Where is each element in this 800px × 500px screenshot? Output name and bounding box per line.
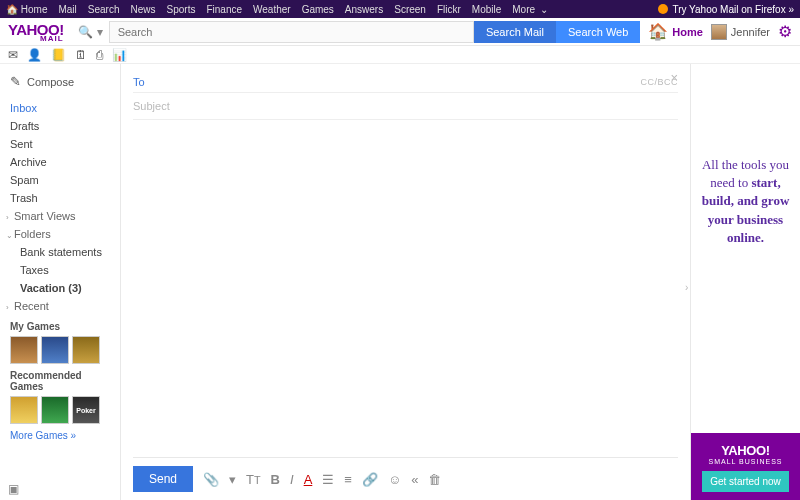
search-input[interactable] <box>109 21 474 43</box>
icon-toolbar: ✉ 👤 📒 🗓 ⎙ 📊 <box>0 46 800 64</box>
ad-logo: YAHOO! <box>697 443 794 458</box>
image-icon[interactable]: ▣ <box>8 482 19 496</box>
search-web-button[interactable]: Search Web <box>556 21 640 43</box>
print-icon[interactable]: ⎙ <box>96 48 103 62</box>
game-thumb[interactable] <box>41 396 69 424</box>
attach-dropdown-icon[interactable]: ▾ <box>229 472 236 487</box>
topnav-weather[interactable]: Weather <box>253 4 291 15</box>
topnav-answers[interactable]: Answers <box>345 4 383 15</box>
ad-copy: All the tools you need to start, build, … <box>691 144 800 259</box>
compose-toolbar: Send 📎 ▾ TT B I A ☰ ≡ 🔗 ☺ « 🗑 <box>133 457 678 500</box>
trash-icon[interactable]: 🗑 <box>428 472 441 487</box>
to-row: To CC/BCC <box>133 72 678 93</box>
bold-icon[interactable]: B <box>271 472 280 487</box>
topnav-games[interactable]: Games <box>302 4 334 15</box>
close-icon[interactable]: × <box>670 70 678 85</box>
chevron-down-icon: ⌄ <box>540 4 548 15</box>
attach-icon[interactable]: 📎 <box>203 472 219 487</box>
search-bar: 🔍 ▾ Search Mail Search Web <box>72 21 641 43</box>
search-mail-button[interactable]: Search Mail <box>474 21 556 43</box>
home-icon: 🏠 <box>648 22 668 41</box>
topnav-home[interactable]: 🏠 Home <box>6 4 47 15</box>
topnav-search[interactable]: Search <box>88 4 120 15</box>
switch-format-icon[interactable]: « <box>411 472 418 487</box>
game-thumb[interactable] <box>41 336 69 364</box>
home-link[interactable]: 🏠 Home <box>648 22 703 41</box>
sidebar-item-sent[interactable]: Sent <box>0 135 120 153</box>
sidebar-item-drafts[interactable]: Drafts <box>0 117 120 135</box>
my-games-grid <box>0 336 120 364</box>
link-icon[interactable]: 🔗 <box>362 472 378 487</box>
topnav-finance[interactable]: Finance <box>206 4 242 15</box>
top-navbar: 🏠 Home Mail Search News Sports Finance W… <box>0 0 800 18</box>
try-yahoo-firefox-link[interactable]: Try Yahoo Mail on Firefox » <box>658 4 794 15</box>
chevron-right-icon: › <box>6 303 14 312</box>
topnav-mail[interactable]: Mail <box>58 4 76 15</box>
search-scope-dropdown-icon[interactable]: ▾ <box>97 25 103 39</box>
sidebar-item-taxes[interactable]: Taxes <box>0 261 120 279</box>
to-label[interactable]: To <box>133 76 163 88</box>
send-button[interactable]: Send <box>133 466 193 492</box>
compose-pane: × To CC/BCC Send 📎 ▾ TT B I A ☰ ≡ 🔗 ☺ « … <box>120 64 690 500</box>
game-thumb[interactable]: Poker <box>72 396 100 424</box>
chevron-right-icon: › <box>6 213 14 222</box>
topnav-flickr[interactable]: Flickr <box>437 4 461 15</box>
italic-icon[interactable]: I <box>290 472 294 487</box>
sidebar: ✎ Compose Inbox Drafts Sent Archive Spam… <box>0 64 120 500</box>
mail-icon[interactable]: ✉ <box>8 48 18 62</box>
ad-logo-sub: SMALL BUSINESS <box>697 458 794 465</box>
sidebar-item-vacation[interactable]: Vacation (3) <box>0 279 120 297</box>
ad-footer: YAHOO! SMALL BUSINESS Get started now <box>691 433 800 500</box>
font-size-icon[interactable]: TT <box>246 472 261 487</box>
user-name-label: Jennifer <box>731 26 770 38</box>
gear-icon[interactable]: ⚙ <box>778 22 792 41</box>
contacts-icon[interactable]: 👤 <box>27 48 42 62</box>
user-menu[interactable]: Jennifer <box>711 24 770 40</box>
notepad-icon[interactable]: 📒 <box>51 48 66 62</box>
topnav-more[interactable]: More ⌄ <box>512 4 548 15</box>
feed-icon[interactable]: 📊 <box>112 48 127 62</box>
collapse-ad-icon[interactable]: › <box>685 282 688 293</box>
ad-cta-button[interactable]: Get started now <box>702 471 789 492</box>
sidebar-item-spam[interactable]: Spam <box>0 171 120 189</box>
sidebar-section-smart-views[interactable]: ›Smart Views <box>0 207 120 225</box>
firefox-icon <box>658 4 668 14</box>
topnav-mobile[interactable]: Mobile <box>472 4 501 15</box>
sidebar-item-archive[interactable]: Archive <box>0 153 120 171</box>
game-thumb[interactable] <box>10 336 38 364</box>
game-thumb[interactable] <box>72 336 100 364</box>
sidebar-item-inbox[interactable]: Inbox <box>0 99 120 117</box>
recommended-games-heading: Recommended Games <box>0 364 120 396</box>
header-bar: YAHOO! MAIL 🔍 ▾ Search Mail Search Web 🏠… <box>0 18 800 46</box>
font-color-icon[interactable]: A <box>304 472 313 487</box>
numbered-list-icon[interactable]: ≡ <box>344 472 352 487</box>
pencil-icon: ✎ <box>10 74 21 89</box>
topnav-news[interactable]: News <box>131 4 156 15</box>
search-icon[interactable]: 🔍 <box>78 25 93 39</box>
my-games-heading: My Games <box>0 315 120 336</box>
yahoo-mail-logo[interactable]: YAHOO! MAIL <box>8 21 64 42</box>
sidebar-section-folders[interactable]: ⌄Folders <box>0 225 120 243</box>
compose-button[interactable]: ✎ Compose <box>0 70 120 93</box>
calendar-icon[interactable]: 🗓 <box>75 48 87 62</box>
topnav-screen[interactable]: Screen <box>394 4 426 15</box>
subject-row <box>133 93 678 120</box>
recommended-games-grid: Poker <box>0 396 120 424</box>
topnav-sports[interactable]: Sports <box>167 4 196 15</box>
bullet-list-icon[interactable]: ☰ <box>322 472 334 487</box>
sidebar-section-recent[interactable]: ›Recent <box>0 297 120 315</box>
ad-column: › All the tools you need to start, build… <box>690 64 800 500</box>
avatar <box>711 24 727 40</box>
emoji-icon[interactable]: ☺ <box>388 472 401 487</box>
sidebar-item-bank-statements[interactable]: Bank statements <box>0 243 120 261</box>
subject-input[interactable] <box>133 100 678 112</box>
message-body[interactable] <box>133 120 678 457</box>
chevron-down-icon: ⌄ <box>6 231 14 240</box>
sidebar-item-trash[interactable]: Trash <box>0 189 120 207</box>
game-thumb[interactable] <box>10 396 38 424</box>
more-games-link[interactable]: More Games » <box>0 424 120 447</box>
